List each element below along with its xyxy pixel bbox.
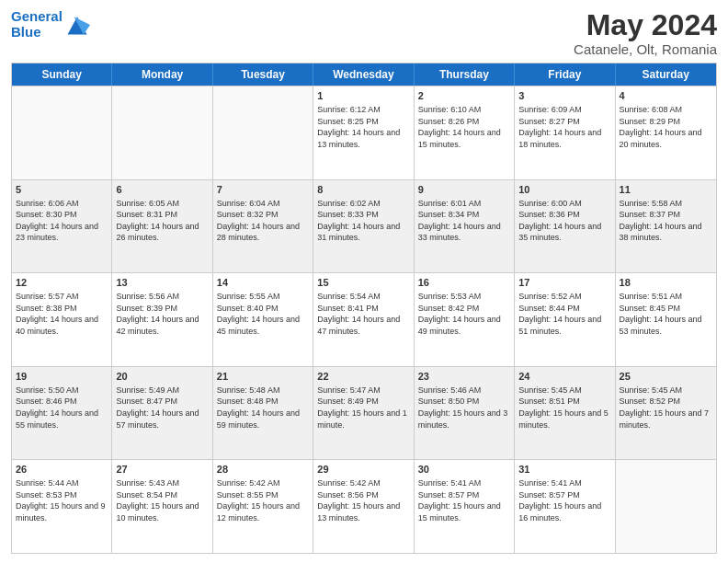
day-number: 16 — [418, 276, 510, 290]
cal-cell-5-6: 31Sunrise: 5:41 AMSunset: 8:57 PMDayligh… — [515, 460, 615, 553]
day-number: 3 — [518, 89, 610, 103]
cal-cell-5-7 — [616, 460, 716, 553]
day-number: 26 — [16, 463, 108, 477]
calendar-row-2: 5Sunrise: 6:06 AMSunset: 8:30 PMDaylight… — [12, 179, 716, 273]
day-number: 23 — [418, 370, 510, 384]
day-number: 13 — [116, 276, 208, 290]
cal-cell-2-3: 7Sunrise: 6:04 AMSunset: 8:32 PMDaylight… — [213, 180, 313, 273]
cal-cell-4-1: 19Sunrise: 5:50 AMSunset: 8:46 PMDayligh… — [12, 367, 112, 460]
cal-cell-2-5: 9Sunrise: 6:01 AMSunset: 8:34 PMDaylight… — [415, 180, 515, 273]
cal-cell-2-4: 8Sunrise: 6:02 AMSunset: 8:33 PMDaylight… — [313, 180, 414, 273]
cal-cell-5-3: 28Sunrise: 5:42 AMSunset: 8:55 PMDayligh… — [213, 460, 313, 553]
cell-info: Sunrise: 5:53 AMSunset: 8:42 PMDaylight:… — [418, 291, 510, 337]
cell-info: Sunrise: 5:48 AMSunset: 8:48 PMDaylight:… — [217, 385, 309, 431]
cell-info: Sunrise: 5:49 AMSunset: 8:47 PMDaylight:… — [116, 385, 208, 431]
day-number: 27 — [116, 463, 208, 477]
day-number: 20 — [116, 370, 208, 384]
logo: GeneralBlue — [11, 9, 90, 40]
day-number: 9 — [418, 183, 510, 197]
subtitle: Catanele, Olt, Romania — [574, 41, 717, 57]
day-number: 12 — [16, 276, 108, 290]
cal-cell-2-1: 5Sunrise: 6:06 AMSunset: 8:30 PMDaylight… — [12, 180, 112, 273]
day-number: 10 — [518, 183, 610, 197]
day-number: 18 — [620, 276, 712, 290]
day-number: 28 — [217, 463, 309, 477]
cal-cell-2-7: 11Sunrise: 5:58 AMSunset: 8:37 PMDayligh… — [616, 180, 716, 273]
calendar-body: 1Sunrise: 6:12 AMSunset: 8:25 PMDaylight… — [12, 86, 716, 553]
day-number: 14 — [217, 276, 309, 290]
header-day-monday: Monday — [112, 63, 212, 86]
cell-info: Sunrise: 5:41 AMSunset: 8:57 PMDaylight:… — [518, 477, 610, 523]
calendar-row-3: 12Sunrise: 5:57 AMSunset: 8:38 PMDayligh… — [12, 272, 716, 366]
cal-cell-3-5: 16Sunrise: 5:53 AMSunset: 8:42 PMDayligh… — [415, 273, 515, 366]
header-day-wednesday: Wednesday — [313, 63, 414, 86]
day-number: 29 — [317, 463, 409, 477]
cal-cell-5-2: 27Sunrise: 5:43 AMSunset: 8:54 PMDayligh… — [112, 460, 212, 553]
header-day-thursday: Thursday — [415, 63, 515, 86]
cal-cell-5-1: 26Sunrise: 5:44 AMSunset: 8:53 PMDayligh… — [12, 460, 112, 553]
cell-info: Sunrise: 6:06 AMSunset: 8:30 PMDaylight:… — [16, 198, 108, 244]
cal-cell-1-3 — [213, 86, 313, 179]
cal-cell-1-7: 4Sunrise: 6:08 AMSunset: 8:29 PMDaylight… — [616, 86, 716, 179]
cal-cell-4-5: 23Sunrise: 5:46 AMSunset: 8:50 PMDayligh… — [415, 367, 515, 460]
day-number: 19 — [16, 370, 108, 384]
day-number: 4 — [620, 89, 712, 103]
cell-info: Sunrise: 5:57 AMSunset: 8:38 PMDaylight:… — [16, 291, 108, 337]
cell-info: Sunrise: 5:50 AMSunset: 8:46 PMDaylight:… — [16, 385, 108, 431]
header-day-tuesday: Tuesday — [213, 63, 313, 86]
cell-info: Sunrise: 5:45 AMSunset: 8:52 PMDaylight:… — [620, 385, 712, 431]
cal-cell-2-2: 6Sunrise: 6:05 AMSunset: 8:31 PMDaylight… — [112, 180, 212, 273]
cell-info: Sunrise: 5:42 AMSunset: 8:55 PMDaylight:… — [217, 477, 309, 523]
cell-info: Sunrise: 5:44 AMSunset: 8:53 PMDaylight:… — [16, 477, 108, 523]
cell-info: Sunrise: 5:42 AMSunset: 8:56 PMDaylight:… — [317, 477, 409, 523]
cell-info: Sunrise: 6:10 AMSunset: 8:26 PMDaylight:… — [418, 104, 510, 150]
cal-cell-2-6: 10Sunrise: 6:00 AMSunset: 8:36 PMDayligh… — [515, 180, 615, 273]
cal-cell-1-6: 3Sunrise: 6:09 AMSunset: 8:27 PMDaylight… — [515, 86, 615, 179]
cal-cell-5-5: 30Sunrise: 5:41 AMSunset: 8:57 PMDayligh… — [415, 460, 515, 553]
cal-cell-4-3: 21Sunrise: 5:48 AMSunset: 8:48 PMDayligh… — [213, 367, 313, 460]
cal-cell-1-2 — [112, 86, 212, 179]
calendar-header: SundayMondayTuesdayWednesdayThursdayFrid… — [12, 63, 716, 86]
day-number: 25 — [620, 370, 712, 384]
cell-info: Sunrise: 5:41 AMSunset: 8:57 PMDaylight:… — [418, 477, 510, 523]
cal-cell-4-4: 22Sunrise: 5:47 AMSunset: 8:49 PMDayligh… — [313, 367, 414, 460]
logo-text: GeneralBlue — [11, 9, 63, 40]
day-number: 30 — [418, 463, 510, 477]
cell-info: Sunrise: 6:01 AMSunset: 8:34 PMDaylight:… — [418, 198, 510, 244]
cal-cell-4-7: 25Sunrise: 5:45 AMSunset: 8:52 PMDayligh… — [616, 367, 716, 460]
day-number: 8 — [317, 183, 409, 197]
calendar-row-4: 19Sunrise: 5:50 AMSunset: 8:46 PMDayligh… — [12, 366, 716, 460]
calendar-row-1: 1Sunrise: 6:12 AMSunset: 8:25 PMDaylight… — [12, 86, 716, 179]
cell-info: Sunrise: 5:45 AMSunset: 8:51 PMDaylight:… — [518, 385, 610, 431]
title-block: May 2024 Catanele, Olt, Romania — [574, 9, 717, 57]
cell-info: Sunrise: 6:12 AMSunset: 8:25 PMDaylight:… — [317, 104, 409, 150]
header-day-sunday: Sunday — [12, 63, 112, 86]
day-number: 24 — [518, 370, 610, 384]
cell-info: Sunrise: 5:47 AMSunset: 8:49 PMDaylight:… — [317, 385, 409, 431]
cal-cell-4-6: 24Sunrise: 5:45 AMSunset: 8:51 PMDayligh… — [515, 367, 615, 460]
calendar-row-5: 26Sunrise: 5:44 AMSunset: 8:53 PMDayligh… — [12, 459, 716, 553]
cell-info: Sunrise: 6:05 AMSunset: 8:31 PMDaylight:… — [116, 198, 208, 244]
cell-info: Sunrise: 5:56 AMSunset: 8:39 PMDaylight:… — [116, 291, 208, 337]
day-number: 11 — [620, 183, 712, 197]
day-number: 7 — [217, 183, 309, 197]
cell-info: Sunrise: 5:55 AMSunset: 8:40 PMDaylight:… — [217, 291, 309, 337]
cal-cell-3-2: 13Sunrise: 5:56 AMSunset: 8:39 PMDayligh… — [112, 273, 212, 366]
header-day-saturday: Saturday — [616, 63, 716, 86]
page: GeneralBlue May 2024 Catanele, Olt, Roma… — [0, 0, 728, 563]
cal-cell-1-1 — [12, 86, 112, 179]
calendar: SundayMondayTuesdayWednesdayThursdayFrid… — [11, 63, 717, 554]
cell-info: Sunrise: 5:52 AMSunset: 8:44 PMDaylight:… — [518, 291, 610, 337]
cal-cell-3-7: 18Sunrise: 5:51 AMSunset: 8:45 PMDayligh… — [616, 273, 716, 366]
day-number: 21 — [217, 370, 309, 384]
day-number: 17 — [518, 276, 610, 290]
cell-info: Sunrise: 5:46 AMSunset: 8:50 PMDaylight:… — [418, 385, 510, 431]
cell-info: Sunrise: 6:09 AMSunset: 8:27 PMDaylight:… — [518, 104, 610, 150]
cell-info: Sunrise: 6:00 AMSunset: 8:36 PMDaylight:… — [518, 198, 610, 244]
day-number: 22 — [317, 370, 409, 384]
cell-info: Sunrise: 6:02 AMSunset: 8:33 PMDaylight:… — [317, 198, 409, 244]
cal-cell-1-4: 1Sunrise: 6:12 AMSunset: 8:25 PMDaylight… — [313, 86, 414, 179]
cell-info: Sunrise: 5:58 AMSunset: 8:37 PMDaylight:… — [620, 198, 712, 244]
cal-cell-3-6: 17Sunrise: 5:52 AMSunset: 8:44 PMDayligh… — [515, 273, 615, 366]
day-number: 1 — [317, 89, 409, 103]
